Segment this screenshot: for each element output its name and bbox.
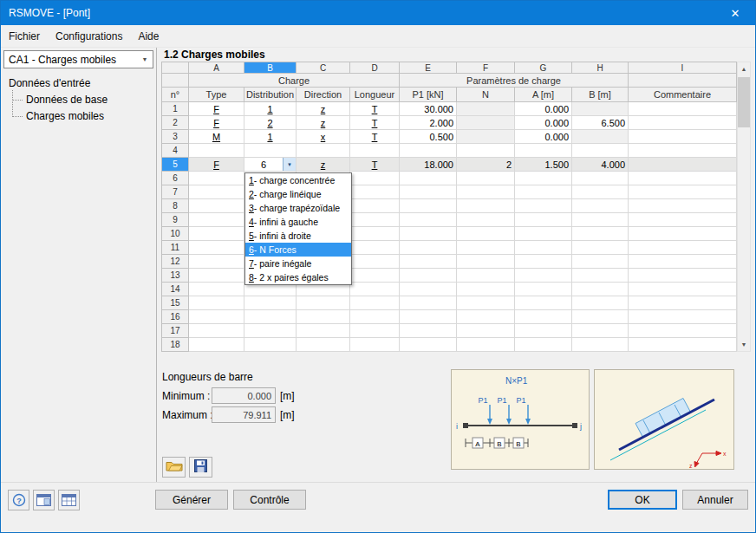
row-header-2[interactable]: 2 [161,116,189,130]
cell-3-distribution[interactable]: 1 [244,130,297,144]
col-letter-G[interactable]: G [515,62,572,74]
cell-9-n[interactable] [457,213,515,227]
cell-11-type[interactable] [189,241,244,255]
cell-11-b[interactable] [572,241,629,255]
cell-10-type[interactable] [189,227,244,241]
generate-button[interactable]: Générer [155,490,228,510]
row-header-4[interactable]: 4 [161,144,189,158]
cell-10-n[interactable] [457,227,515,241]
cell-12-type[interactable] [189,255,244,269]
col-header-direction[interactable]: Direction [297,88,350,102]
cell-9-longueur[interactable] [350,213,400,227]
cell-10-b[interactable] [572,227,629,241]
help-button[interactable]: ? [8,490,29,510]
cell-1-distribution[interactable]: 1 [244,102,297,116]
cell-8-commentaire[interactable] [629,199,737,213]
cell-16-type[interactable] [189,310,244,324]
row-header-15[interactable]: 15 [161,296,189,310]
cell-9-a[interactable] [515,213,572,227]
col-header-a[interactable]: A [m] [515,88,572,102]
row-header-18[interactable]: 18 [161,338,189,352]
cell-14-commentaire[interactable] [629,283,737,296]
cell-15-a[interactable] [515,296,572,310]
cell-17-n[interactable] [457,324,515,338]
row-header-3[interactable]: 3 [161,130,189,144]
cell-11-commentaire[interactable] [629,241,737,255]
cell-16-a[interactable] [515,310,572,324]
cell-4-type[interactable] [189,144,244,158]
cell-3-a[interactable]: 0.000 [515,130,572,144]
toggle-graphic-button[interactable] [33,490,55,510]
cell-13-a[interactable] [515,269,572,283]
cell-18-a[interactable] [515,338,572,352]
cell-5-n[interactable]: 2 [457,158,515,172]
cell-8-type[interactable] [189,199,244,213]
cell-4-distribution[interactable] [244,144,297,158]
row-header-9[interactable]: 9 [161,213,189,227]
col-header-b[interactable]: B [m] [572,88,629,102]
cell-2-longueur[interactable]: T [350,116,400,130]
cell-4-longueur[interactable] [350,144,400,158]
load-case-select[interactable]: CA1 - Charges mobiles ▼ [3,50,153,68]
cell-3-p1[interactable]: 0.500 [400,130,457,144]
cell-17-type[interactable] [189,324,244,338]
table-scrollbar[interactable]: ▲ ▼ [737,62,751,352]
row-header-7[interactable]: 7 [161,185,189,199]
cell-15-b[interactable] [572,296,629,310]
cell-3-direction[interactable]: x [297,130,350,144]
col-letter-B[interactable]: B [244,62,297,74]
cell-18-commentaire[interactable] [629,338,737,352]
cell-15-commentaire[interactable] [629,296,737,310]
cell-18-p1[interactable] [400,338,457,352]
col-letter-D[interactable]: D [350,62,400,74]
col-letter-I[interactable]: I [629,62,737,74]
cell-11-p1[interactable] [400,241,457,255]
cell-13-commentaire[interactable] [629,269,737,283]
cell-7-b[interactable] [572,185,629,199]
cell-14-a[interactable] [515,283,572,296]
cell-9-type[interactable] [189,213,244,227]
cell-4-commentaire[interactable] [629,144,737,158]
cell-18-n[interactable] [457,338,515,352]
col-letter-A[interactable]: A [189,62,244,74]
col-letter-C[interactable]: C [297,62,350,74]
row-header-10[interactable]: 10 [161,227,189,241]
cell-17-direction[interactable] [297,324,350,338]
cell-12-a[interactable] [515,255,572,269]
tree-item-charges-mobiles[interactable]: Charges mobiles [12,108,154,125]
cell-7-type[interactable] [189,185,244,199]
cell-9-b[interactable] [572,213,629,227]
dropdown-item-7[interactable]: 7 - paire inégale [245,257,351,270]
cell-14-p1[interactable] [400,283,457,296]
cell-1-longueur[interactable]: T [350,102,400,116]
cell-8-n[interactable] [457,199,515,213]
cell-15-n[interactable] [457,296,515,310]
cell-14-n[interactable] [457,283,515,296]
close-button[interactable]: ✕ [715,1,755,25]
scrollbar-thumb[interactable] [738,77,750,127]
cell-1-direction[interactable]: z [297,102,350,116]
col-header-commentaire[interactable]: Commentaire [629,88,737,102]
cell-5-commentaire[interactable] [629,158,737,172]
cell-11-n[interactable] [457,241,515,255]
cell-4-n[interactable] [457,144,515,158]
cell-10-p1[interactable] [400,227,457,241]
row-header-8[interactable]: 8 [161,199,189,213]
cell-16-n[interactable] [457,310,515,324]
cell-7-n[interactable] [457,185,515,199]
dropdown-item-3[interactable]: 3 - charge trapézoïdale [245,201,351,215]
cell-17-a[interactable] [515,324,572,338]
col-header-distribution[interactable]: Distribution [244,88,297,102]
cell-13-n[interactable] [457,269,515,283]
row-header-1[interactable]: 1 [161,102,189,116]
cell-14-b[interactable] [572,283,629,296]
cell-11-longueur[interactable] [350,241,400,255]
cell-16-p1[interactable] [400,310,457,324]
cell-5-distribution[interactable]: 6▼ [244,158,297,172]
cell-4-a[interactable] [515,144,572,158]
cell-15-p1[interactable] [400,296,457,310]
cell-6-a[interactable] [515,172,572,185]
menu-configurations[interactable]: Configurations [48,25,130,47]
cell-4-b[interactable] [572,144,629,158]
save-button[interactable] [189,457,212,478]
